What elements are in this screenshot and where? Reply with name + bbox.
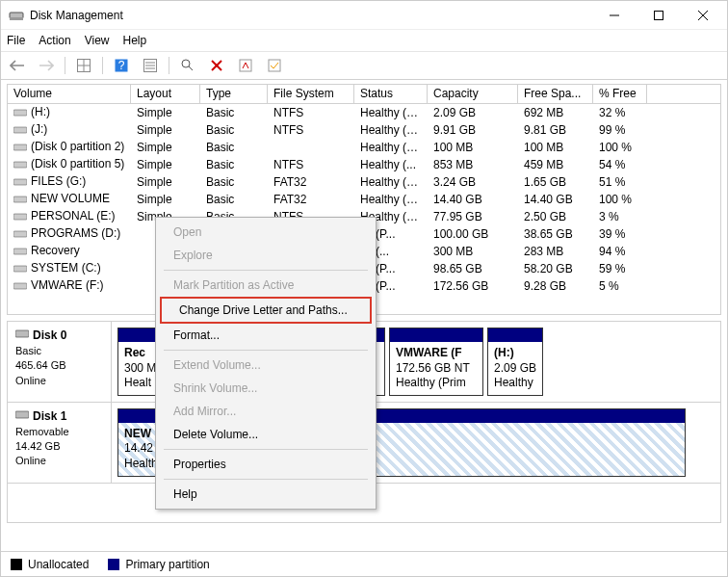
- menu-help[interactable]: Help: [123, 34, 147, 47]
- volume-capacity: 300 MB: [428, 245, 518, 258]
- volume-freespace: 1.65 GB: [518, 175, 593, 189]
- menu-action[interactable]: Action: [39, 34, 70, 47]
- svg-line-16: [189, 66, 193, 70]
- volume-filesystem: FAT32: [268, 193, 354, 206]
- partition-box[interactable]: VMWARE (F172.56 GB NTHealthy (Prim: [389, 328, 483, 396]
- column-capacity[interactable]: Capacity: [428, 85, 518, 103]
- volume-status: Healthy (E...: [354, 141, 428, 154]
- volume-capacity: 98.65 GB: [428, 262, 518, 275]
- drive-icon: [13, 245, 27, 259]
- refresh-scan-icon[interactable]: [177, 55, 198, 76]
- back-button[interactable]: [7, 55, 28, 76]
- column-pctfree[interactable]: % Free: [593, 85, 647, 103]
- table-row[interactable]: (J:)SimpleBasicNTFSHealthy (P...9.91 GB9…: [8, 121, 720, 139]
- svg-rect-20: [269, 60, 280, 71]
- volume-pctfree: 51 %: [593, 175, 647, 189]
- volume-freespace: 459 MB: [518, 158, 593, 171]
- drive-icon: [13, 123, 27, 138]
- context-menu-item: Explore: [156, 244, 376, 267]
- context-menu-item: Add Mirror...: [156, 400, 376, 423]
- context-menu-item: Shrink Volume...: [156, 377, 376, 400]
- context-menu: OpenExploreMark Partition as ActiveChang…: [155, 217, 377, 510]
- volume-freespace: 283 MB: [518, 245, 593, 258]
- table-row[interactable]: (Disk 0 partition 2)SimpleBasicHealthy (…: [8, 139, 720, 156]
- table-row[interactable]: (H:)SimpleBasicNTFSHealthy (P...2.09 GB6…: [8, 104, 720, 121]
- column-filesystem[interactable]: File System: [268, 85, 354, 103]
- menu-file[interactable]: File: [7, 34, 25, 47]
- drive-icon: [13, 106, 27, 120]
- svg-rect-19: [240, 60, 251, 71]
- settings-list-icon[interactable]: [140, 55, 161, 76]
- minimize-button[interactable]: [592, 1, 637, 30]
- context-menu-item[interactable]: Format...: [156, 324, 376, 347]
- disk-name: Disk 0: [33, 328, 66, 344]
- volume-capacity: 100.00 GB: [428, 227, 518, 241]
- volume-name: (Disk 0 partition 2): [31, 140, 124, 153]
- disk-state: Online: [15, 454, 103, 468]
- svg-rect-29: [13, 249, 27, 254]
- column-layout[interactable]: Layout: [131, 85, 200, 103]
- volume-status: Healthy (P...: [354, 175, 428, 189]
- volume-pctfree: 100 %: [593, 141, 647, 154]
- drive-icon: [13, 158, 27, 172]
- svg-rect-21: [13, 110, 27, 116]
- volume-layout: Simple: [131, 141, 200, 154]
- svg-rect-22: [13, 127, 27, 133]
- partition-box[interactable]: Rec300 MHealt: [117, 328, 158, 396]
- context-menu-item: Mark Partition as Active: [156, 274, 376, 297]
- delete-icon[interactable]: [206, 55, 227, 76]
- partition-box[interactable]: (H:)2.09 GBHealthy: [487, 328, 543, 396]
- table-row[interactable]: (Disk 0 partition 5)SimpleBasicNTFSHealt…: [8, 156, 720, 173]
- volume-freespace: 58.20 GB: [518, 262, 593, 275]
- toolbar: ?: [1, 51, 727, 80]
- list-check-icon[interactable]: [264, 55, 285, 76]
- column-type[interactable]: Type: [200, 85, 268, 103]
- volume-layout: Simple: [131, 123, 200, 137]
- volume-capacity: 853 MB: [428, 158, 518, 171]
- legend-unallocated: Unallocated: [11, 558, 89, 571]
- svg-rect-30: [13, 266, 27, 272]
- column-status[interactable]: Status: [354, 85, 428, 103]
- column-freespace[interactable]: Free Spa...: [518, 85, 593, 103]
- volume-status: Healthy (...: [354, 158, 428, 171]
- view-grid-icon[interactable]: [73, 55, 94, 76]
- partition-size: 300 M: [124, 361, 151, 377]
- svg-rect-23: [13, 144, 27, 150]
- volume-layout: Simple: [131, 106, 200, 119]
- svg-rect-27: [13, 214, 27, 220]
- menu-view[interactable]: View: [85, 34, 110, 47]
- help-icon[interactable]: ?: [111, 55, 132, 76]
- volume-status: Healthy (P...: [354, 106, 428, 119]
- context-menu-item[interactable]: Properties: [156, 453, 376, 476]
- svg-rect-32: [15, 330, 29, 337]
- disk-state: Online: [15, 374, 103, 388]
- context-menu-item[interactable]: Help: [156, 483, 376, 506]
- menubar: File Action View Help: [1, 30, 727, 51]
- volume-capacity: 172.56 GB: [428, 279, 518, 293]
- disk-size: 14.42 GB: [15, 439, 103, 454]
- close-button[interactable]: [681, 1, 725, 30]
- forward-button[interactable]: [36, 55, 57, 76]
- table-row[interactable]: FILES (G:)SimpleBasicFAT32Healthy (P...3…: [8, 173, 720, 191]
- column-volume[interactable]: Volume: [8, 85, 131, 103]
- volume-freespace: 14.40 GB: [518, 193, 593, 206]
- disk-icon: [15, 408, 29, 425]
- volume-status: Healthy (P...: [354, 123, 428, 137]
- volume-name: NEW VOLUME: [31, 192, 110, 205]
- volume-freespace: 100 MB: [518, 141, 593, 154]
- legend: Unallocated Primary partition: [1, 551, 727, 576]
- context-menu-item[interactable]: Change Drive Letter and Paths...: [160, 297, 372, 324]
- disk-type: Removable: [15, 425, 103, 439]
- volume-type: Basic: [200, 123, 268, 137]
- table-row[interactable]: NEW VOLUMESimpleBasicFAT32Healthy (P...1…: [8, 191, 720, 208]
- properties-icon[interactable]: [235, 55, 256, 76]
- maximize-button[interactable]: [637, 1, 681, 30]
- disk-info: Disk 1Removable14.42 GBOnline: [8, 403, 112, 483]
- volume-type: Basic: [200, 106, 268, 119]
- volume-freespace: 692 MB: [518, 106, 593, 119]
- volume-type: Basic: [200, 175, 268, 189]
- context-menu-item[interactable]: Delete Volume...: [156, 423, 376, 446]
- svg-rect-33: [15, 411, 29, 418]
- svg-rect-25: [13, 179, 27, 185]
- volume-layout: Simple: [131, 175, 200, 189]
